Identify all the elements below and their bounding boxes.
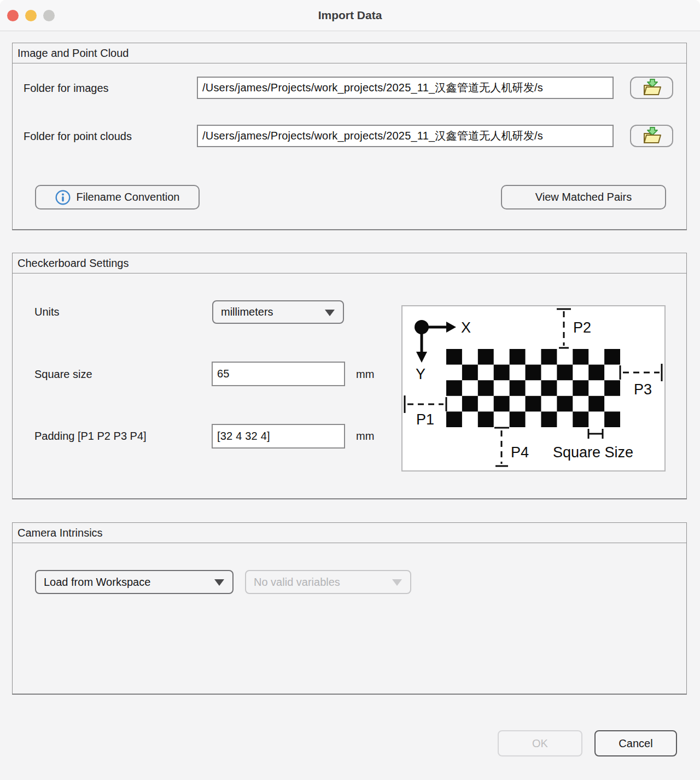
info-icon <box>55 190 71 205</box>
title-bar: Import Data <box>0 0 700 31</box>
square-size-label: Square size <box>34 368 92 381</box>
window-title: Import Data <box>318 9 382 22</box>
section-title: Camera Intrinsics <box>13 523 686 543</box>
fullscreen-button[interactable] <box>43 10 55 21</box>
x-axis-label: X <box>461 319 471 336</box>
p2-label: P2 <box>573 319 591 336</box>
minimize-button[interactable] <box>25 10 37 21</box>
section-title: Checkerboard Settings <box>13 253 686 273</box>
checkerboard-diagram: X Y P2 P3 <box>401 305 666 472</box>
square-size-unit: mm <box>356 368 374 381</box>
window-controls <box>7 0 55 31</box>
p1-dimension-line <box>405 395 446 413</box>
folder-for-images-input[interactable] <box>197 77 614 99</box>
folder-for-point-clouds-label: Folder for point clouds <box>24 130 132 143</box>
folder-for-point-clouds-input[interactable] <box>197 125 614 147</box>
square-size-diagram-label: Square Size <box>553 444 633 461</box>
dialog-content: Image and Point Cloud Folder for images … <box>0 31 700 780</box>
p1-label: P1 <box>416 411 434 428</box>
chevron-down-icon <box>392 579 402 586</box>
p4-label: P4 <box>511 444 529 461</box>
chevron-down-icon <box>325 310 335 316</box>
filename-convention-label: Filename Convention <box>77 191 180 203</box>
intrinsics-source-select[interactable]: Load from Workspace <box>35 570 234 594</box>
units-select[interactable]: millimeters <box>212 300 344 324</box>
intrinsics-variable-selected-value: No valid variables <box>254 576 340 589</box>
close-button[interactable] <box>7 10 19 21</box>
open-folder-icon <box>641 126 663 147</box>
square-size-bracket <box>588 429 603 439</box>
section-title: Image and Point Cloud <box>13 43 686 63</box>
section-camera-intrinsics: Camera Intrinsics Load from Workspace No… <box>12 522 687 695</box>
y-axis-label: Y <box>416 366 425 382</box>
p3-label: P3 <box>634 381 652 398</box>
section-checkerboard-settings: Checkerboard Settings Units millimeters … <box>12 253 687 499</box>
open-folder-icon <box>641 78 663 98</box>
intrinsics-variable-select[interactable]: No valid variables <box>245 570 411 594</box>
cancel-button[interactable]: Cancel <box>594 730 677 756</box>
square-size-input[interactable] <box>212 362 345 386</box>
p4-dimension-line <box>494 428 509 466</box>
padding-unit: mm <box>356 430 374 443</box>
checkerboard-diagram-graphic: X Y P2 P3 <box>402 306 664 470</box>
view-matched-pairs-button[interactable]: View Matched Pairs <box>501 185 666 209</box>
p3-dimension-line <box>620 364 662 381</box>
filename-convention-button[interactable]: Filename Convention <box>35 185 200 209</box>
units-label: Units <box>34 306 60 318</box>
checkerboard-pattern <box>446 349 620 427</box>
intrinsics-source-selected-value: Load from Workspace <box>44 576 150 589</box>
folder-for-images-label: Folder for images <box>24 82 109 95</box>
p2-dimension-line <box>557 309 571 348</box>
padding-label: Padding [P1 P2 P3 P4] <box>34 430 147 443</box>
section-image-and-point-cloud: Image and Point Cloud Folder for images … <box>12 43 687 230</box>
browse-point-clouds-folder-button[interactable] <box>630 125 673 147</box>
import-data-dialog: Import Data Image and Point Cloud Folder… <box>0 0 700 780</box>
units-selected-value: millimeters <box>221 306 273 318</box>
browse-images-folder-button[interactable] <box>630 77 673 99</box>
padding-input[interactable] <box>212 424 345 449</box>
ok-button[interactable]: OK <box>498 730 582 756</box>
chevron-down-icon <box>214 579 224 586</box>
